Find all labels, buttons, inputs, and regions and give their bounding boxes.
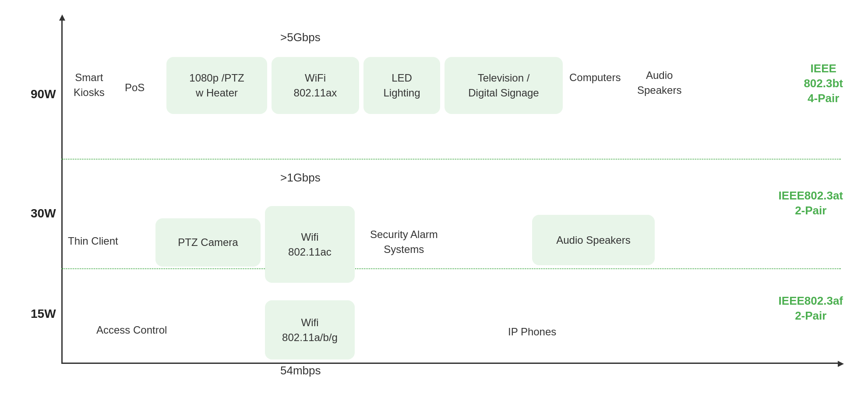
ieee-label-af: IEEE802.3af2-Pair	[779, 294, 843, 324]
device-box-led: LEDLighting	[363, 57, 440, 114]
x-axis	[61, 363, 841, 364]
ieee-label-4pair: IEEE802.3bt4-Pair	[804, 61, 843, 106]
device-box-1080p-ptz: 1080p /PTZw Heater	[166, 57, 267, 114]
device-text-audio-speakers-90w: AudioSpeakers	[637, 68, 681, 97]
y-axis-arrow	[59, 14, 65, 21]
device-text-smart-kiosks: SmartKiosks	[74, 70, 105, 100]
device-text-computers: Computers	[569, 70, 621, 85]
device-text-security-alarm: Security AlarmSystems	[370, 227, 438, 256]
device-text-access-control: Access Control	[96, 323, 167, 338]
device-text-ip-phones: IP Phones	[508, 324, 556, 339]
device-box-wifi-ac: Wifi802.11ac	[265, 206, 355, 283]
speed-label-5gbps: >5Gbps	[280, 31, 321, 44]
y-axis	[61, 18, 63, 364]
device-box-ptz-camera: PTZ Camera	[155, 218, 261, 267]
divider-top	[61, 159, 841, 160]
y-label-30w: 30W	[31, 206, 56, 221]
device-text-thin-client: Thin Client	[68, 234, 118, 249]
device-text-pos: PoS	[125, 80, 145, 95]
device-box-wifi-ax: WiFi802.11ax	[272, 57, 359, 114]
divider-bottom	[61, 268, 841, 269]
device-box-tv: Television /Digital Signage	[445, 57, 563, 114]
device-box-audio-speakers-30w: Audio Speakers	[532, 215, 655, 265]
device-box-wifi-abg: Wifi802.11a/b/g	[265, 300, 355, 359]
speed-label-54mbps: 54mbps	[280, 364, 321, 377]
y-label-15w: 15W	[31, 307, 56, 321]
ieee-label-at: IEEE802.3at2-Pair	[779, 189, 843, 218]
speed-label-1gbps: >1Gbps	[280, 171, 321, 185]
chart-container: 90W 30W 15W IEEE802.3bt4-Pair IEEE802.3a…	[26, 13, 845, 390]
x-axis-arrow	[838, 361, 844, 367]
y-label-90w: 90W	[31, 87, 56, 101]
